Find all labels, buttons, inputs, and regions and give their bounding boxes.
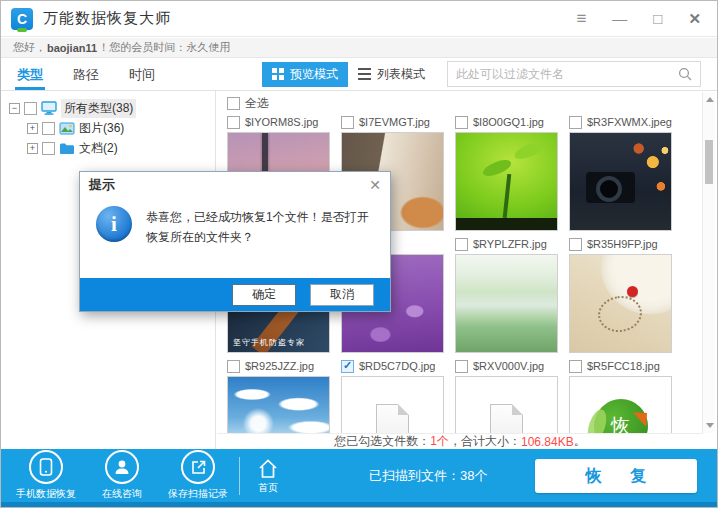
- thumbnail-blank-document[interactable]: [455, 376, 558, 433]
- success-dialog: 提示 ✕ i 恭喜您，已经成功恢复1个文件！是否打开恢复所在的文件夹？ 确定 取…: [79, 171, 391, 312]
- recover-button[interactable]: 恢 复: [535, 459, 697, 493]
- file-name-row: $R925JZZ.jpg $RD5C7DQ.jpg $RXV000V.jpg $…: [217, 356, 703, 376]
- expand-icon[interactable]: +: [27, 143, 38, 154]
- cancel-button[interactable]: 取消: [310, 284, 374, 306]
- file-checkbox[interactable]: [569, 116, 582, 129]
- list-view-icon: [358, 68, 371, 80]
- file-item[interactable]: $I7EVMGT.jpg: [341, 112, 455, 132]
- file-checkbox[interactable]: [341, 116, 354, 129]
- file-item[interactable]: $I8O0GQ1.jpg: [455, 112, 569, 132]
- file-item[interactable]: $R925JZZ.jpg: [227, 356, 341, 376]
- file-name: $I8O0GQ1.jpg: [473, 116, 544, 128]
- thumbnail-green-sprout[interactable]: [455, 132, 558, 231]
- file-name-row: $IYORM8S.jpg $I7EVMGT.jpg $I8O0GQ1.jpg $…: [217, 112, 703, 132]
- file-item[interactable]: $RYPLZFR.jpg: [455, 234, 569, 254]
- select-all-checkbox[interactable]: [227, 97, 240, 110]
- tree-label: 所有类型(38): [61, 99, 136, 118]
- file-name: $R35H9FP.jpg: [587, 238, 658, 250]
- home-label: 首页: [258, 481, 278, 495]
- greeting-bar: 您好，baojian11！您的会员时间：永久使用: [1, 38, 717, 58]
- thumbnail-blank-document[interactable]: [341, 376, 444, 433]
- home-button[interactable]: 首页: [256, 457, 280, 495]
- selected-count: 1个: [430, 433, 449, 450]
- status-end: 。: [574, 433, 586, 450]
- file-checkbox[interactable]: [455, 116, 468, 129]
- greeting-prefix: 您好，: [13, 40, 46, 55]
- close-button[interactable]: ✕: [688, 11, 701, 26]
- phone-icon: [39, 458, 53, 476]
- search-input[interactable]: [456, 67, 678, 81]
- file-checkbox[interactable]: [569, 360, 582, 373]
- file-checkbox[interactable]: [227, 360, 240, 373]
- greeting-suffix: ！您的会员时间：永久使用: [98, 40, 230, 55]
- recovery-logo-icon: 恢: [594, 399, 648, 434]
- home-icon: [256, 457, 280, 481]
- tree-label: 图片(36): [79, 120, 124, 137]
- tree-label: 文档(2): [79, 140, 118, 157]
- thumbnail-row: 恢: [217, 376, 703, 433]
- documents-checkbox[interactable]: [42, 142, 55, 155]
- preview-mode-button[interactable]: 预览模式: [262, 62, 348, 87]
- dialog-message: 恭喜您，已经成功恢复1个文件！是否打开恢复所在的文件夹？: [146, 206, 374, 248]
- app-title: 万能数据恢复大师: [43, 9, 171, 28]
- file-checkbox[interactable]: [455, 238, 468, 251]
- online-support-label: 在线咨询: [102, 487, 142, 501]
- title-bar: C 万能数据恢复大师 ≡ — □ ✕: [1, 1, 717, 37]
- tree-item-all-types[interactable]: − 所有类型(38): [9, 98, 215, 118]
- menu-icon[interactable]: ≡: [576, 10, 586, 27]
- file-checkbox[interactable]: [227, 116, 240, 129]
- dialog-close-icon[interactable]: ✕: [369, 177, 381, 193]
- pictures-icon: [59, 122, 75, 135]
- file-item[interactable]: $RD5C7DQ.jpg: [341, 356, 455, 376]
- save-scan-record-button[interactable]: 保存扫描记录: [167, 450, 229, 501]
- tab-time[interactable]: 时间: [127, 58, 157, 90]
- file-name: $R925JZZ.jpg: [245, 360, 314, 372]
- thumbnail-garden-lake[interactable]: [455, 254, 558, 353]
- folder-icon: [59, 142, 75, 155]
- scanned-files-count: 已扫描到文件：38个: [369, 449, 487, 502]
- filter-search-box[interactable]: [447, 61, 701, 87]
- file-name: $RXV000V.jpg: [473, 360, 544, 372]
- tree-item-documents[interactable]: + 文档(2): [9, 138, 215, 158]
- file-item[interactable]: $R35H9FP.jpg: [569, 234, 683, 254]
- tab-path[interactable]: 路径: [71, 58, 101, 90]
- file-checkbox[interactable]: [569, 238, 582, 251]
- file-name: $RYPLZFR.jpg: [473, 238, 547, 250]
- phone-recovery-button[interactable]: 手机数据恢复: [15, 450, 77, 501]
- scroll-down-icon[interactable]: [706, 423, 714, 428]
- minimize-button[interactable]: —: [612, 11, 627, 26]
- thumbnail-blue-sky[interactable]: [227, 376, 330, 433]
- file-checkbox[interactable]: [455, 360, 468, 373]
- app-logo-icon: C: [11, 8, 33, 30]
- vertical-scrollbar[interactable]: [702, 92, 715, 433]
- export-icon: [190, 459, 207, 476]
- file-item[interactable]: $RXV000V.jpg: [455, 356, 569, 376]
- thumbnail-recovery-logo[interactable]: 恢: [569, 376, 672, 433]
- list-mode-label: 列表模式: [377, 66, 425, 83]
- pictures-checkbox[interactable]: [42, 122, 55, 135]
- ok-button[interactable]: 确定: [232, 284, 296, 306]
- file-item[interactable]: $IYORM8S.jpg: [227, 112, 341, 132]
- scroll-up-icon[interactable]: [706, 97, 714, 102]
- tree-item-pictures[interactable]: + 图片(36): [9, 118, 215, 138]
- maximize-button[interactable]: □: [653, 11, 662, 26]
- all-types-checkbox[interactable]: [24, 102, 37, 115]
- selection-status-bar: 您已勾选文件数：1个，合计大小：106.84KB。: [217, 433, 703, 449]
- document-icon: [376, 404, 409, 433]
- list-mode-button[interactable]: 列表模式: [348, 62, 435, 87]
- scrollbar-thumb[interactable]: [705, 140, 713, 184]
- file-checkbox-checked[interactable]: [341, 360, 354, 373]
- search-icon: [678, 67, 692, 81]
- expand-icon[interactable]: +: [27, 123, 38, 134]
- thumbnail-beach-heart[interactable]: [569, 254, 672, 353]
- selected-size: 106.84KB: [521, 435, 574, 449]
- thumbnail-camera-night[interactable]: [569, 132, 672, 231]
- online-support-button[interactable]: 在线咨询: [91, 450, 153, 501]
- toolbar: 类型 路径 时间 预览模式 列表模式: [1, 58, 717, 91]
- file-item[interactable]: $R5FCC18.jpg: [569, 356, 683, 376]
- tab-type[interactable]: 类型: [15, 58, 45, 90]
- sand-heart-mark: [596, 293, 645, 335]
- file-item[interactable]: $R3FXWMX.jpeg: [569, 112, 683, 132]
- info-icon: i: [96, 206, 132, 242]
- collapse-icon[interactable]: −: [9, 103, 20, 114]
